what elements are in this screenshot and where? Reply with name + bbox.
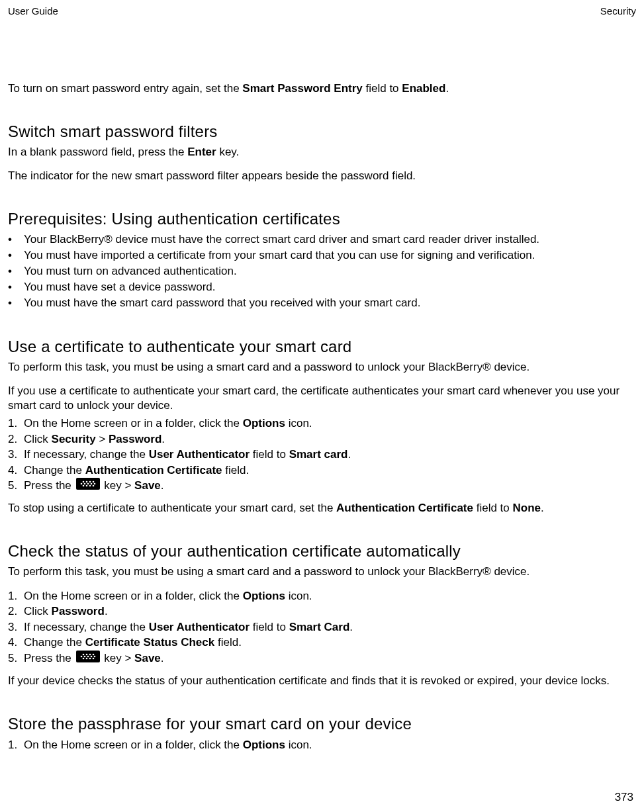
text: Press the key > Save.	[24, 651, 164, 667]
text: You must have set a device password.	[24, 280, 215, 295]
text: If necessary, change the User Authentica…	[24, 619, 353, 635]
list-item: 2.Click Password.	[8, 604, 636, 619]
bullet-marker: •	[8, 264, 24, 279]
bullet-marker: •	[8, 248, 24, 263]
text: You must have the smart card password th…	[24, 296, 420, 311]
text: Your BlackBerry® device must have the co…	[24, 232, 539, 248]
svg-point-23	[93, 656, 95, 658]
bullet-marker: •	[8, 280, 24, 295]
list-item: 4.Change the Authentication Certificate …	[8, 463, 636, 478]
list-item: •You must have imported a certificate fr…	[8, 248, 636, 263]
text: On the Home screen or in a folder, click…	[24, 416, 312, 431]
list-item: •You must have set a device password.	[8, 280, 636, 295]
list-item: 3.If necessary, change the User Authenti…	[8, 447, 636, 462]
list-item: 3.If necessary, change the User Authenti…	[8, 619, 636, 635]
svg-point-26	[89, 658, 91, 660]
svg-point-9	[93, 483, 95, 485]
step-number: 2.	[8, 604, 24, 619]
text-bold: Enter	[187, 146, 216, 158]
text: .	[541, 502, 544, 514]
step-number: 4.	[8, 635, 24, 650]
list-item: •You must turn on advanced authenticatio…	[8, 264, 636, 279]
text: If necessary, change the User Authentica…	[24, 447, 351, 462]
svg-point-2	[85, 481, 87, 483]
text-bold: Enabled	[402, 82, 445, 95]
step-number: 1.	[8, 737, 24, 752]
svg-point-17	[89, 654, 91, 656]
svg-point-16	[85, 654, 87, 656]
step-number: 4.	[8, 463, 24, 478]
list-item: •You must have the smart card password t…	[8, 296, 636, 311]
heading-store-passphrase: Store the passphrase for your smart card…	[8, 715, 636, 733]
text: Click Security > Password.	[24, 431, 165, 447]
paragraph: If your device checks the status of your…	[8, 674, 636, 688]
paragraph: In a blank password field, press the Ent…	[8, 145, 636, 159]
header-left: User Guide	[8, 5, 58, 17]
svg-point-3	[89, 481, 91, 483]
svg-point-22	[90, 656, 92, 658]
text-bold: Smart Password Entry	[242, 82, 362, 95]
svg-point-5	[80, 483, 82, 485]
svg-point-27	[92, 658, 94, 660]
step-number: 1.	[8, 588, 24, 604]
page-content: To turn on smart password entry again, s…	[8, 81, 636, 752]
list-item: 1.On the Home screen or in a folder, cli…	[8, 416, 636, 431]
list-item: 1.On the Home screen or in a folder, cli…	[8, 588, 636, 604]
svg-point-21	[87, 656, 89, 658]
svg-point-4	[92, 481, 94, 483]
paragraph: To perform this task, you must be using …	[8, 564, 636, 579]
bullet-list: •Your BlackBerry® device must have the c…	[8, 232, 636, 311]
svg-point-6	[83, 483, 85, 485]
heading-prerequisites: Prerequisites: Using authentication cert…	[8, 210, 636, 228]
list-item: 4.Change the Certificate Status Check fi…	[8, 635, 636, 650]
text: In a blank password field, press the	[8, 146, 187, 158]
text: .	[445, 82, 449, 95]
text: Change the Authentication Certificate fi…	[24, 463, 249, 478]
text-bold: Authentication Certificate	[336, 502, 473, 514]
svg-point-25	[85, 658, 87, 660]
step-number: 2.	[8, 431, 24, 447]
page-number: 373	[615, 791, 633, 804]
list-item: 5.Press the key > Save.	[8, 651, 636, 667]
text: To turn on smart password entry again, s…	[8, 82, 242, 95]
step-number: 5.	[8, 651, 24, 667]
svg-point-13	[92, 485, 94, 487]
svg-point-8	[90, 483, 92, 485]
text: On the Home screen or in a folder, click…	[24, 588, 312, 604]
text: You must turn on advanced authentication…	[24, 264, 237, 279]
page-header: User Guide Security	[8, 5, 636, 17]
ordered-list: 1.On the Home screen or in a folder, cli…	[8, 416, 636, 494]
svg-point-24	[82, 658, 84, 660]
list-item: 5.Press the key > Save.	[8, 478, 636, 494]
bullet-marker: •	[8, 296, 24, 311]
list-item: 2.Click Security > Password.	[8, 431, 636, 447]
svg-point-12	[89, 485, 91, 487]
step-number: 5.	[8, 478, 24, 494]
text: key.	[216, 146, 240, 158]
heading-use-certificate: Use a certificate to authenticate your s…	[8, 338, 636, 356]
paragraph: To perform this task, you must be using …	[8, 360, 636, 375]
text: To stop using a certificate to authentic…	[8, 502, 336, 514]
text: field to	[473, 502, 513, 514]
paragraph: To stop using a certificate to authentic…	[8, 501, 636, 516]
svg-point-11	[85, 485, 87, 487]
step-number: 1.	[8, 416, 24, 431]
text: On the Home screen or in a folder, click…	[24, 737, 312, 752]
step-number: 3.	[8, 619, 24, 635]
text-bold: None	[513, 502, 541, 514]
menu-key-icon	[76, 478, 100, 494]
step-number: 3.	[8, 447, 24, 462]
heading-switch-filters: Switch smart password filters	[8, 122, 636, 141]
document-page: User Guide Security To turn on smart pas…	[0, 0, 644, 812]
intro-paragraph: To turn on smart password entry again, s…	[8, 81, 636, 96]
list-item: •Your BlackBerry® device must have the c…	[8, 232, 636, 248]
text: You must have imported a certificate fro…	[24, 248, 535, 263]
list-item: 1.On the Home screen or in a folder, cli…	[8, 737, 636, 752]
heading-check-status: Check the status of your authentication …	[8, 542, 636, 561]
text: Click Password.	[24, 604, 108, 619]
svg-point-18	[92, 654, 94, 656]
ordered-list: 1.On the Home screen or in a folder, cli…	[8, 737, 636, 752]
ordered-list: 1.On the Home screen or in a folder, cli…	[8, 588, 636, 667]
svg-point-1	[82, 481, 84, 483]
text: Press the key > Save.	[24, 478, 164, 494]
